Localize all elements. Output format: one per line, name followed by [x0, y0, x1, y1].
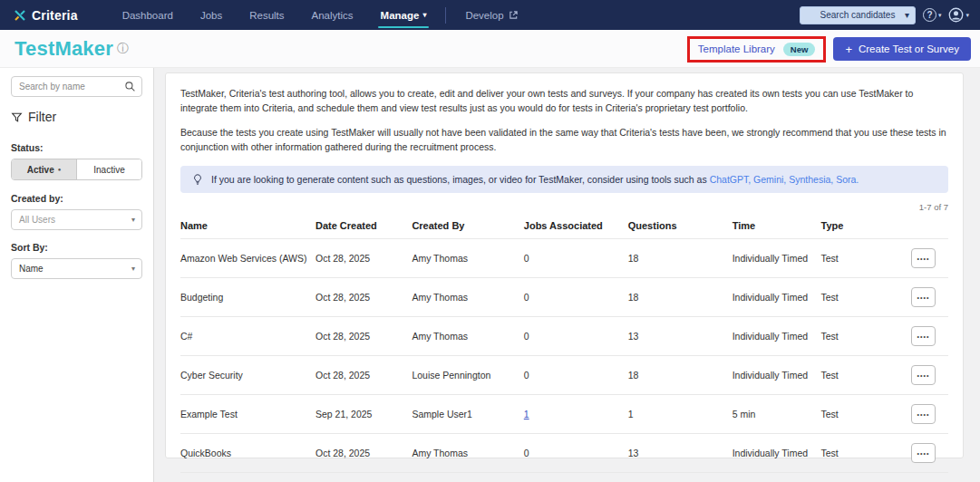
ai-tools-banner: If you are looking to generate content s…: [180, 166, 948, 193]
search-icon: [124, 81, 136, 92]
column-header-actions: [883, 212, 948, 239]
column-header-created-by[interactable]: Created By: [412, 212, 523, 239]
column-header-name[interactable]: Name: [180, 212, 315, 239]
status-toggle: Active ● Inactive: [11, 159, 142, 180]
test-name: Remote Worker Readiness: [180, 473, 315, 482]
row-actions-button[interactable]: ••••: [911, 443, 936, 463]
table-row: Example Test Sep 21, 2025 Sample User1 1…: [180, 395, 948, 434]
chevron-down-icon: ▾: [131, 265, 135, 273]
column-header-date[interactable]: Date Created: [315, 212, 412, 239]
chevron-down-icon: ▾: [422, 11, 426, 19]
column-header-questions[interactable]: Questions: [628, 212, 733, 239]
created-by-select[interactable]: All Users ▾: [11, 209, 142, 230]
status-label: Status:: [11, 142, 142, 153]
row-actions-button[interactable]: ••••: [911, 326, 936, 346]
table-row: Budgeting Oct 28, 2025 Amy Thomas 0 18 I…: [180, 278, 948, 317]
chatgpt-link[interactable]: ChatGPT: [710, 174, 749, 185]
table-row: Cyber Security Oct 28, 2025 Louise Penni…: [180, 356, 948, 395]
name-search: [11, 76, 142, 97]
column-header-jobs[interactable]: Jobs Associated: [524, 212, 628, 239]
nav-item-develop[interactable]: Develop: [451, 0, 531, 30]
table-row: Amazon Web Services (AWS) Oct 28, 2025 A…: [180, 239, 948, 278]
page-title: TestMaker: [15, 37, 113, 61]
test-name: QuickBooks: [180, 434, 315, 473]
active-tab-underline: [378, 26, 430, 28]
help-icon: ?: [923, 8, 936, 22]
top-navbar: Criteria Dashboard Jobs Results Analytic…: [0, 0, 980, 30]
criteria-x-icon: [13, 8, 27, 23]
navbar-right: Search candidates ▾ ? ▾ ▾: [800, 0, 969, 30]
table-row: QuickBooks Oct 28, 2025 Amy Thomas 0 13 …: [180, 434, 948, 473]
sort-by-label: Sort By:: [11, 242, 142, 253]
test-name: Example Test: [180, 395, 315, 434]
status-inactive-button[interactable]: Inactive: [76, 159, 141, 179]
header-actions: Template Library New + Create Test or Su…: [687, 30, 971, 68]
tests-table: Name Date Created Created By Jobs Associ…: [180, 212, 948, 482]
nav-item-manage[interactable]: Manage ▾: [367, 0, 441, 30]
plus-icon: +: [845, 43, 852, 56]
template-library-link[interactable]: Template Library: [698, 43, 775, 54]
filter-heading: Filter: [11, 110, 142, 124]
column-header-time[interactable]: Time: [733, 212, 821, 239]
main-area: TestMaker, Criteria's test authoring too…: [154, 68, 980, 482]
chevron-down-icon: ▾: [905, 10, 909, 20]
account-menu[interactable]: ▾: [948, 7, 969, 23]
brand-name: Criteria: [32, 8, 78, 23]
sora-link[interactable]: Sora: [836, 174, 856, 185]
chevron-down-icon: ▾: [938, 12, 942, 19]
nav-item-jobs[interactable]: Jobs: [187, 0, 236, 30]
row-actions-button[interactable]: ••••: [911, 287, 936, 307]
candidate-search-dropdown[interactable]: Search candidates ▾: [800, 6, 916, 24]
create-test-button[interactable]: + Create Test or Survey: [833, 37, 971, 61]
row-actions-button[interactable]: ••••: [911, 404, 936, 424]
jobs-associated-link[interactable]: 1: [524, 409, 529, 419]
red-annotation-box: Template Library New: [687, 36, 827, 63]
criteria-logo[interactable]: Criteria: [13, 8, 78, 23]
nav-item-results[interactable]: Results: [236, 0, 297, 30]
banner-text: If you are looking to generate content s…: [211, 174, 859, 185]
test-name: Cyber Security: [180, 356, 315, 395]
chevron-down-icon: ▾: [965, 12, 969, 19]
filter-funnel-icon: [11, 111, 23, 123]
pagination-label: 1-7 of 7: [180, 202, 948, 212]
row-actions-button[interactable]: ••••: [911, 248, 936, 268]
info-icon[interactable]: ⓘ: [117, 41, 129, 57]
chevron-down-icon: ▾: [131, 216, 135, 224]
nav-item-analytics[interactable]: Analytics: [298, 0, 367, 30]
created-by-label: Created by:: [11, 193, 142, 204]
gemini-link[interactable]: Gemini: [753, 174, 783, 185]
filter-sidebar: Filter Status: Active ● Inactive Created…: [0, 68, 154, 482]
avatar-icon: [948, 7, 964, 23]
content-card: TestMaker, Criteria's test authoring too…: [165, 72, 964, 458]
table-row: Remote Worker Readiness Oct 28, 2025 Amy…: [180, 473, 948, 482]
intro-paragraph-1: TestMaker, Criteria's test authoring too…: [180, 86, 948, 116]
search-input[interactable]: [11, 76, 142, 97]
test-name: Budgeting: [180, 278, 315, 317]
nav-divider: [445, 7, 446, 24]
table-header-row: Name Date Created Created By Jobs Associ…: [180, 212, 948, 239]
column-header-type[interactable]: Type: [821, 212, 883, 239]
lightbulb-icon: [191, 173, 204, 186]
table-row: C# Oct 28, 2025 Amy Thomas 0 13 Individu…: [180, 317, 948, 356]
new-badge: New: [783, 43, 816, 56]
row-actions-button[interactable]: ••••: [911, 365, 936, 385]
sort-by-select[interactable]: Name ▾: [11, 258, 142, 279]
active-dot-icon: ●: [58, 167, 62, 172]
test-name: C#: [180, 317, 315, 356]
test-name: Amazon Web Services (AWS): [180, 239, 315, 278]
nav-item-dashboard[interactable]: Dashboard: [109, 0, 187, 30]
page-header: TestMaker ⓘ Template Library New + Creat…: [0, 30, 980, 68]
help-menu[interactable]: ? ▾: [923, 8, 942, 22]
external-link-icon: [509, 10, 519, 20]
synthesia-link[interactable]: Synthesia: [789, 174, 830, 185]
intro-paragraph-2: Because the tests you create using TestM…: [180, 125, 948, 155]
nav-items: Dashboard Jobs Results Analytics Manage …: [109, 0, 532, 30]
status-active-button[interactable]: Active ●: [12, 159, 76, 179]
